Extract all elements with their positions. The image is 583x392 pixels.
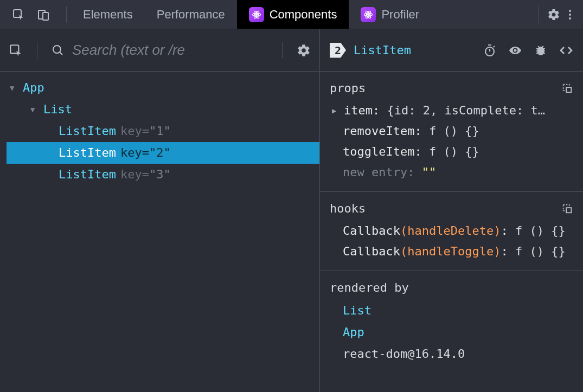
copy-icon[interactable] xyxy=(561,203,573,215)
svg-point-12 xyxy=(569,14,571,16)
hook-row[interactable]: Callback(handleDelete): f () {} xyxy=(330,221,573,241)
component-name: App xyxy=(23,77,44,99)
gear-icon[interactable] xyxy=(547,8,560,21)
divider xyxy=(282,42,283,59)
inspect-element-icon[interactable] xyxy=(9,43,23,57)
svg-point-6 xyxy=(255,14,257,15)
device-toolbar-icon[interactable] xyxy=(37,8,50,21)
search-icon xyxy=(52,44,65,57)
detail-panel: 2 ListItem props xyxy=(320,29,583,392)
rendered-by-lib: react-dom@16.14.0 xyxy=(343,347,465,361)
caret-right-icon[interactable]: ▶ xyxy=(332,100,341,121)
divider xyxy=(37,42,37,59)
props-list: ▶ item: {id: 2, isComplete: t… removeIte… xyxy=(330,100,573,183)
eye-icon[interactable] xyxy=(508,44,522,57)
inspect-element-icon[interactable] xyxy=(12,8,25,21)
rendered-by-link[interactable]: List xyxy=(343,304,371,317)
tabbar-leading xyxy=(0,8,62,21)
section-header: props xyxy=(330,81,573,95)
component-name: ListItem xyxy=(59,142,116,164)
section-title: rendered by xyxy=(330,281,409,294)
detail-tools xyxy=(483,44,573,57)
stopwatch-icon[interactable] xyxy=(483,44,496,57)
main-panel: ▼ App ▼ List ListItem key="1" ListItem k… xyxy=(0,29,583,392)
tab-components[interactable]: Components xyxy=(237,0,349,29)
section-hooks: hooks Callback(handleDelete): f () {} Ca… xyxy=(320,192,583,271)
tab-elements[interactable]: Elements xyxy=(71,0,145,29)
rendered-by-list: List App react-dom@16.14.0 xyxy=(330,300,573,365)
render-count-badge: 2 xyxy=(330,43,346,58)
attr: key="1" xyxy=(120,120,171,142)
component-name: ListItem xyxy=(59,164,116,185)
tab-performance[interactable]: Performance xyxy=(145,0,237,29)
tree-row-listitem-selected[interactable]: ListItem key="2" xyxy=(7,142,319,164)
detail-title: ListItem xyxy=(354,43,411,57)
tree-row-listitem[interactable]: ListItem key="1" xyxy=(7,120,319,142)
prop-row-new-entry[interactable]: new entry: "" xyxy=(330,162,573,183)
svg-rect-20 xyxy=(566,208,571,213)
tab-label: Performance xyxy=(157,8,225,22)
attr: key="2" xyxy=(120,142,171,164)
bug-icon[interactable] xyxy=(534,44,547,57)
svg-point-10 xyxy=(368,14,369,15)
view-source-icon[interactable] xyxy=(559,44,573,57)
section-header: rendered by xyxy=(330,281,573,294)
hooks-list: Callback(handleDelete): f () {} Callback… xyxy=(330,221,573,262)
component-tree[interactable]: ▼ App ▼ List ListItem key="1" ListItem k… xyxy=(0,72,319,191)
search-field-wrap xyxy=(52,42,268,59)
caret-down-icon[interactable]: ▼ xyxy=(10,77,18,99)
hook-row[interactable]: Callback(handleToggle): f () {} xyxy=(330,241,573,262)
svg-point-15 xyxy=(53,46,61,53)
attr: key="3" xyxy=(120,164,171,185)
react-atom-icon xyxy=(361,7,376,22)
prop-row-removeitem[interactable]: removeItem: f () {} xyxy=(330,121,573,142)
tabbar-trailing xyxy=(534,7,583,23)
tabs: Elements Performance Components Profiler xyxy=(71,0,431,29)
prop-row-item[interactable]: ▶ item: {id: 2, isComplete: t… xyxy=(330,100,573,121)
caret-down-icon[interactable]: ▼ xyxy=(30,99,39,120)
section-title: props xyxy=(330,81,366,95)
copy-icon[interactable] xyxy=(561,82,573,94)
kebab-menu-icon[interactable] xyxy=(565,8,575,21)
divider xyxy=(66,7,67,23)
search-input[interactable] xyxy=(72,42,268,59)
search-row xyxy=(0,29,319,72)
prop-row-toggleitem[interactable]: toggleItem: f () {} xyxy=(330,142,573,162)
svg-point-13 xyxy=(569,17,571,20)
tree-row-app[interactable]: ▼ App xyxy=(7,77,319,99)
section-props: props ▶ item: {id: 2, isComplete: t… rem… xyxy=(320,72,583,192)
rendered-by-link[interactable]: App xyxy=(343,325,364,339)
tree-row-list[interactable]: ▼ List xyxy=(7,99,319,120)
detail-header: 2 ListItem xyxy=(320,29,583,72)
tree-row-listitem[interactable]: ListItem key="3" xyxy=(7,164,319,185)
devtools-tabbar: Elements Performance Components Profiler xyxy=(0,0,583,29)
tree-panel: ▼ App ▼ List ListItem key="1" ListItem k… xyxy=(0,29,320,392)
tab-label: Elements xyxy=(83,8,133,22)
react-atom-icon xyxy=(249,7,264,22)
tab-profiler[interactable]: Profiler xyxy=(349,0,431,29)
component-name: List xyxy=(43,99,72,120)
section-rendered-by: rendered by List App react-dom@16.14.0 xyxy=(320,271,583,374)
section-title: hooks xyxy=(330,202,366,215)
svg-point-11 xyxy=(569,10,571,12)
section-header: hooks xyxy=(330,202,573,215)
gear-icon[interactable] xyxy=(297,43,311,57)
divider xyxy=(538,7,539,23)
svg-rect-2 xyxy=(43,12,48,20)
tab-label: Profiler xyxy=(381,8,419,22)
tab-label: Components xyxy=(270,8,337,22)
component-name: ListItem xyxy=(59,120,116,142)
svg-rect-18 xyxy=(566,87,571,92)
